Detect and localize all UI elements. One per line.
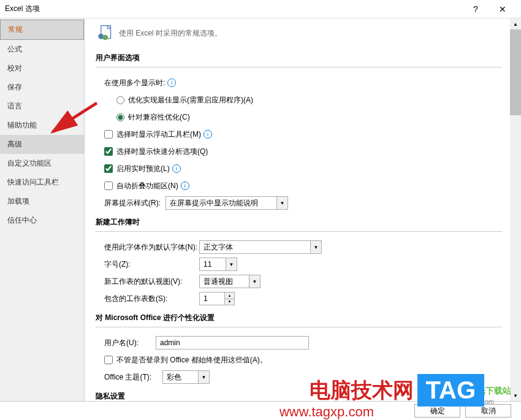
- radio-compat-display[interactable]: 针对兼容性优化(C): [116, 112, 190, 123]
- dialog-footer: 确定 取消: [0, 402, 521, 420]
- radio-optimize-display[interactable]: 优化实现最佳显示(需重启应用程序)(A): [116, 95, 253, 105]
- sheet-count-spinner[interactable]: 1 ▲ ▼: [199, 292, 235, 305]
- scrollbar-thumb[interactable]: [510, 29, 521, 115]
- ok-button[interactable]: 确定: [414, 404, 460, 418]
- section-personalize-title: 对 Microsoft Office 进行个性化设置: [96, 313, 503, 323]
- sidebar-item-customize-ribbon[interactable]: 自定义功能区: [0, 154, 84, 173]
- chevron-down-icon: ▼: [198, 371, 209, 383]
- vertical-scrollbar[interactable]: ▲ ▼: [510, 18, 521, 401]
- window-title: Excel 选项: [5, 4, 462, 14]
- office-theme-combo[interactable]: 彩色 ▼: [162, 370, 210, 384]
- sidebar-item-save[interactable]: 保存: [0, 78, 84, 97]
- check-quick-analysis[interactable]: 选择时显示快速分析选项(Q): [104, 147, 208, 157]
- info-icon[interactable]: i: [172, 164, 181, 173]
- chevron-down-icon: ▼: [226, 258, 237, 270]
- scroll-down-icon[interactable]: ▼: [510, 390, 521, 401]
- sidebar-item-formulas[interactable]: 公式: [0, 40, 84, 59]
- sheet-count-label: 包含的工作表数(S):: [104, 294, 199, 304]
- screentip-style-label: 屏幕提示样式(R):: [104, 198, 165, 208]
- spinner-down-icon[interactable]: ▼: [225, 299, 234, 305]
- multi-monitor-label: 在使用多个显示时:: [104, 78, 165, 88]
- content-pane: 使用 Excel 时采用的常规选项。 用户界面选项 在使用多个显示时: i 优化…: [85, 18, 521, 401]
- check-floating-toolbar[interactable]: 选择时显示浮动工具栏(M): [104, 129, 201, 140]
- section-privacy-title: 隐私设置: [96, 391, 503, 401]
- sidebar: 常规 公式 校对 保存 语言 辅助功能 高级 自定义功能区 快速访问工具栏 加载…: [0, 18, 85, 401]
- multi-monitor-label-row: 在使用多个显示时: i: [104, 76, 503, 90]
- default-view-combo[interactable]: 普通视图 ▼: [199, 275, 260, 288]
- default-font-combo[interactable]: 正文字体 ▼: [199, 240, 322, 254]
- cancel-button[interactable]: 取消: [465, 404, 511, 418]
- username-label: 用户名(U):: [104, 338, 156, 348]
- scroll-up-icon[interactable]: ▲: [510, 18, 521, 29]
- sidebar-item-proofing[interactable]: 校对: [0, 59, 84, 78]
- sidebar-item-general[interactable]: 常规: [0, 20, 84, 40]
- font-size-label: 字号(Z):: [104, 259, 199, 270]
- section-ui-options-title: 用户界面选项: [96, 53, 503, 63]
- info-icon[interactable]: i: [181, 181, 189, 190]
- default-font-label: 使用此字体作为默认字体(N):: [104, 242, 199, 253]
- chevron-down-icon: ▼: [276, 197, 287, 209]
- titlebar: Excel 选项 ? ✕: [0, 0, 521, 18]
- svg-point-2: [102, 35, 108, 40]
- default-view-label: 新工作表的默认视图(V):: [104, 277, 199, 287]
- office-theme-label: Office 主题(T):: [104, 372, 162, 383]
- username-input[interactable]: [156, 336, 309, 349]
- chevron-down-icon: ▼: [249, 275, 260, 288]
- check-auto-collapse-ribbon[interactable]: 自动折叠功能区(N): [104, 181, 178, 191]
- check-live-preview[interactable]: 启用实时预览(L): [104, 164, 170, 174]
- sidebar-item-advanced[interactable]: 高级: [0, 135, 84, 154]
- sidebar-item-addins[interactable]: 加载项: [0, 192, 84, 211]
- close-button[interactable]: ✕: [489, 0, 516, 18]
- page-header: 使用 Excel 时采用的常规选项。: [96, 25, 503, 42]
- info-icon[interactable]: i: [167, 78, 176, 87]
- help-button[interactable]: ?: [462, 0, 489, 18]
- sidebar-item-quick-access[interactable]: 快速访问工具栏: [0, 173, 84, 192]
- font-size-combo[interactable]: 11 ▼: [199, 258, 237, 271]
- screentip-style-combo[interactable]: 在屏幕提示中显示功能说明 ▼: [165, 196, 288, 210]
- options-icon: [96, 25, 113, 42]
- chevron-down-icon: ▼: [310, 241, 321, 253]
- info-icon[interactable]: i: [203, 130, 212, 139]
- spinner-up-icon[interactable]: ▲: [225, 292, 234, 299]
- sidebar-item-language[interactable]: 语言: [0, 97, 84, 116]
- check-always-use-values[interactable]: 不管是否登录到 Office 都始终使用这些值(A)。: [104, 355, 267, 365]
- page-header-text: 使用 Excel 时采用的常规选项。: [119, 28, 222, 39]
- sidebar-item-accessibility[interactable]: 辅助功能: [0, 116, 84, 135]
- sidebar-item-trust-center[interactable]: 信任中心: [0, 211, 84, 230]
- section-new-workbook-title: 新建工作簿时: [96, 217, 503, 227]
